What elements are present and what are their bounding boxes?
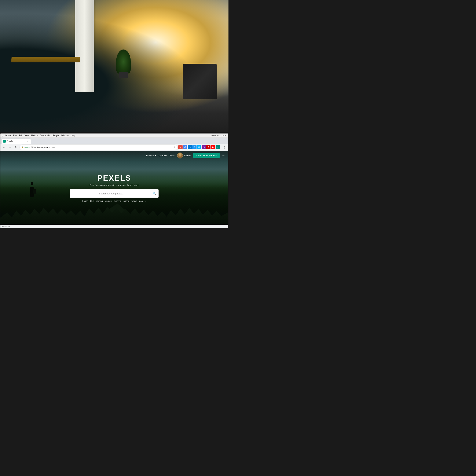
browser-tab-active[interactable]: P Pexels × [1, 138, 31, 144]
favicon-letter: P [4, 140, 5, 142]
calendar-ext-icon[interactable]: 20 [188, 145, 192, 149]
tab-favicon: P [3, 140, 6, 143]
tagline-text: Best free stock photos in one place. [89, 184, 126, 186]
tab-title: Pexels [7, 140, 13, 142]
browse-label: Browse [146, 154, 154, 157]
username-label: Daniel [184, 154, 191, 157]
browse-button[interactable]: Browse ▾ [146, 154, 156, 157]
secure-badge: 🔒 Secure [21, 146, 30, 148]
screen-bezel:  hrome File Edit View History Bookmarks… [0, 133, 228, 228]
pillar [75, 0, 94, 92]
popular-tag-training[interactable]: training [96, 200, 103, 202]
more-tools-button[interactable]: ⋮ [222, 145, 227, 150]
pexels-logo: PEXELS [23, 173, 205, 182]
tor-ext-icon[interactable]: ⬡ [202, 145, 206, 149]
laptop-screen:  hrome File Edit View History Bookmarks… [0, 133, 228, 228]
learn-more-link[interactable]: Learn more [127, 184, 139, 186]
menu-bookmarks[interactable]: Bookmarks [40, 134, 50, 137]
toolbar-divider [221, 146, 221, 149]
user-profile-button[interactable]: Daniel [177, 153, 191, 158]
sheets-ext-icon[interactable]: ≡ [216, 145, 220, 149]
license-button[interactable]: License [159, 154, 167, 157]
menu-edit[interactable]: Edit [19, 134, 22, 137]
browse-chevron-icon: ▾ [155, 154, 156, 157]
user-avatar [177, 153, 183, 158]
youtube-ext-icon[interactable]: ▶ [211, 145, 215, 149]
popular-searches-row: house blur training vintage meeting phon… [23, 200, 205, 202]
menu-help[interactable]: Help [71, 134, 75, 137]
plant-pot [119, 72, 128, 78]
plant [114, 50, 133, 78]
google-ext-icon[interactable]: G [183, 145, 187, 149]
pexels-navbar: Browse ▾ License Tools Daniel [0, 151, 228, 160]
popular-tag-wood[interactable]: wood [131, 200, 136, 202]
chair [183, 64, 217, 99]
browser-status-bar: Searches [0, 225, 228, 228]
menu-window[interactable]: Window [61, 134, 69, 137]
hero-content: PEXELS Best free stock photos in one pla… [23, 173, 205, 202]
gmail-ext-icon[interactable]: M [178, 145, 183, 149]
menu-people[interactable]: People [52, 134, 59, 137]
refresh-button[interactable]: ↻ [14, 145, 19, 150]
menubar-left:  hrome File Edit View History Bookmarks… [2, 134, 75, 137]
contribute-photos-button[interactable]: Contribute Photos [193, 153, 220, 158]
pdf-ext-icon[interactable]: P [206, 145, 210, 149]
tools-button[interactable]: Tools [169, 154, 175, 157]
nav-more-button[interactable]: ··· [222, 154, 225, 157]
more-searches-link[interactable]: more → [138, 200, 146, 202]
popular-tag-meeting[interactable]: meeting [114, 200, 121, 202]
extensions-group: M G 20 ☑ ◉ ⬡ P ▶ ≡ [178, 145, 220, 149]
secure-label: Secure [24, 146, 30, 148]
back-button[interactable]: ← [2, 145, 7, 150]
clock: Wed 16:15 [217, 135, 226, 137]
lock-icon: 🔒 [21, 146, 24, 148]
todo-ext-icon[interactable]: ☑ [192, 145, 197, 149]
table [11, 57, 80, 62]
popular-tag-phone[interactable]: phone [123, 200, 130, 202]
url-display: https://www.pexels.com [31, 146, 173, 149]
search-placeholder: Search for free photos... [72, 192, 151, 195]
popular-tag-blur[interactable]: blur [90, 200, 94, 202]
pexels-website: Browse ▾ License Tools Daniel [0, 151, 228, 225]
address-bar[interactable]: 🔒 Secure https://www.pexels.com ☆ [19, 144, 177, 150]
bookmark-icon[interactable]: ☆ [174, 146, 176, 148]
search-icon: 🔍 [153, 192, 156, 195]
status-text: Searches [2, 225, 10, 228]
battery-status: 100 % [210, 135, 216, 137]
app-name: hrome [5, 134, 11, 137]
avatar-image [177, 153, 183, 158]
tab-close-button[interactable]: × [26, 140, 29, 143]
vpn-ext-icon[interactable]: ◉ [197, 145, 201, 149]
menu-file[interactable]: File [13, 134, 17, 137]
browser-window:  hrome File Edit View History Bookmarks… [0, 134, 228, 228]
nav-right-group: Browse ▾ License Tools Daniel [146, 153, 225, 158]
menu-history[interactable]: History [31, 134, 38, 137]
toolbar-extension-icons: M G 20 ☑ ◉ ⬡ P ▶ ≡ ⋮ [178, 145, 227, 150]
tabs-bar: P Pexels × [0, 138, 228, 144]
forward-button[interactable]: → [8, 145, 13, 150]
apple-icon:  [2, 134, 3, 137]
popular-tag-vintage[interactable]: vintage [105, 200, 112, 202]
hero-tagline: Best free stock photos in one place. Lea… [23, 184, 205, 186]
menubar-right: 100 % Wed 16:15 [210, 135, 226, 137]
plant-leaves [116, 50, 131, 74]
os-menubar:  hrome File Edit View History Bookmarks… [0, 134, 228, 138]
office-background [0, 0, 228, 142]
search-box[interactable]: Search for free photos... 🔍 [70, 189, 159, 198]
menu-view[interactable]: View [25, 134, 29, 137]
hero-section: Browse ▾ License Tools Daniel [0, 151, 228, 225]
chrome-toolbar: ← → ↻ 🔒 Secure https://www.pexels.com ☆ [0, 144, 228, 151]
popular-tag-house[interactable]: house [82, 200, 88, 202]
